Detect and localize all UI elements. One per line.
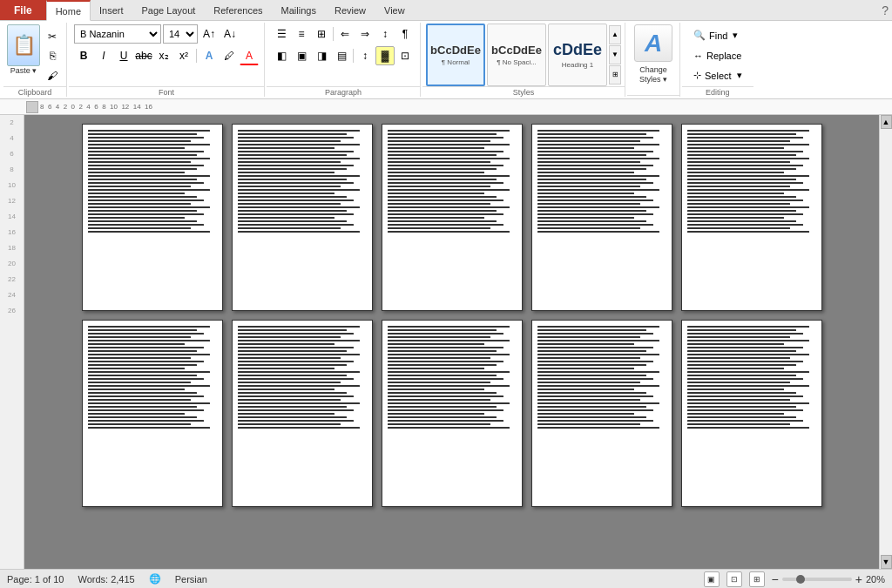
find-label: Find: [709, 30, 727, 41]
full-screen-button[interactable]: ⊡: [726, 571, 742, 587]
cut-button[interactable]: ✂: [42, 28, 63, 45]
superscript-button[interactable]: x²: [174, 46, 193, 65]
copy-button[interactable]: ⎘: [42, 47, 63, 64]
divider2: [333, 27, 334, 41]
subscript-button[interactable]: x₂: [154, 46, 173, 65]
styles-boxes: bCcDdEe ¶ Normal bCcDdEe ¶ No Spaci... c…: [426, 24, 607, 86]
justify-button[interactable]: ▤: [332, 46, 351, 65]
align-left-button[interactable]: ◧: [272, 46, 291, 65]
sort-button[interactable]: ↕: [375, 24, 395, 44]
page-thumbnail[interactable]: [82, 320, 223, 507]
zoom-slider[interactable]: [782, 578, 852, 581]
font-name-select[interactable]: B Nazanin: [74, 24, 161, 44]
select-arrow: ▾: [737, 70, 742, 81]
clipboard-extras: ✂ ⎘ 🖌: [42, 24, 63, 84]
find-arrow: ▾: [733, 30, 738, 41]
italic-button[interactable]: I: [94, 46, 113, 65]
select-label: Select: [705, 71, 732, 81]
find-icon: 🔍: [693, 30, 706, 41]
find-button[interactable]: 🔍 Find ▾: [687, 26, 748, 44]
font-shrink-button[interactable]: A↓: [220, 24, 240, 44]
shading-button[interactable]: ▓: [375, 46, 395, 65]
styles-more[interactable]: ⊞: [609, 65, 621, 84]
help-icon[interactable]: ?: [882, 3, 889, 17]
para-row2: ◧ ▣ ◨ ▤ ↕ ▓ ⊡: [272, 46, 415, 65]
font-size-select[interactable]: 14: [163, 24, 198, 44]
numbering-button[interactable]: ≡: [292, 24, 311, 44]
page-thumbnail[interactable]: [232, 124, 373, 311]
zoom-out-button[interactable]: −: [772, 572, 779, 586]
align-right-button[interactable]: ◨: [312, 46, 331, 65]
increase-indent-button[interactable]: ⇒: [355, 24, 375, 44]
page-thumbnail[interactable]: [82, 124, 223, 311]
tab-review[interactable]: Review: [326, 0, 375, 20]
scroll-down-button[interactable]: ▼: [881, 555, 892, 569]
styles-scroll-down[interactable]: ▼: [609, 45, 621, 64]
page-thumbnail[interactable]: [382, 124, 523, 311]
ruler-marks: 8 6 4 2 0 2 4 6 8 10 12 14 16: [40, 103, 152, 111]
tab-references[interactable]: References: [205, 0, 272, 20]
change-styles-icon: A: [634, 24, 672, 62]
select-button[interactable]: ⊹ Select ▾: [687, 66, 748, 84]
style-normal[interactable]: bCcDdEe ¶ Normal: [426, 24, 485, 86]
page-thumbnail[interactable]: [681, 124, 822, 311]
web-layout-button[interactable]: ⊞: [749, 571, 765, 587]
scroll-up-button[interactable]: ▲: [881, 115, 892, 129]
styles-scroll-up[interactable]: ▲: [609, 25, 621, 44]
page-canvas[interactable]: [24, 115, 879, 569]
page-thumbnail[interactable]: [382, 320, 523, 507]
borders-button[interactable]: ⊡: [395, 46, 415, 65]
tab-page-layout[interactable]: Page Layout: [133, 0, 206, 20]
paste-button[interactable]: 📋 Paste ▾: [7, 24, 40, 84]
document-area: 2468101214161820222426 ▲ ▼: [0, 115, 892, 569]
multilevel-button[interactable]: ⊞: [312, 24, 331, 44]
vertical-scrollbar[interactable]: ▲ ▼: [879, 115, 892, 569]
ruler-corner[interactable]: [26, 101, 38, 113]
zoom-in-button[interactable]: +: [855, 572, 862, 586]
word-count: Words: 2,415: [78, 574, 134, 585]
style-heading1-text: cDdEe: [553, 41, 602, 59]
page-thumbnail[interactable]: [531, 320, 672, 507]
style-no-spacing-label: ¶ No Spaci...: [497, 58, 537, 66]
style-heading1[interactable]: cDdEe Heading 1: [548, 24, 607, 86]
tab-file[interactable]: File: [0, 0, 46, 20]
font-grow-button[interactable]: A↑: [199, 24, 219, 44]
pages-row-1: [33, 124, 870, 311]
zoom-thumb: [796, 575, 805, 584]
tab-insert[interactable]: Insert: [91, 0, 133, 20]
tab-home[interactable]: Home: [46, 0, 91, 21]
replace-button[interactable]: ↔ Replace: [687, 46, 748, 64]
language-icon: 🌐: [149, 573, 161, 585]
change-styles-button[interactable]: A ChangeStyles ▾: [627, 23, 680, 97]
font-row1: B Nazanin 14 A↑ A↓: [74, 24, 259, 44]
toolbar: 📋 Paste ▾ ✂ ⎘ 🖌 Clipboard B Nazanin 14 A…: [0, 21, 892, 99]
tab-mailings[interactable]: Mailings: [273, 0, 326, 20]
divider3: [353, 49, 354, 63]
status-bar: Page: 1 of 10 Words: 2,415 🌐 Persian ▣ ⊡…: [0, 569, 892, 588]
page-thumbnail[interactable]: [232, 320, 373, 507]
font-color-button[interactable]: A: [240, 46, 259, 65]
line-spacing-button[interactable]: ↕: [355, 46, 375, 65]
divider: [196, 49, 197, 63]
text-effects-button[interactable]: A: [199, 46, 219, 65]
underline-button[interactable]: U: [114, 46, 133, 65]
page-info: Page: 1 of 10: [7, 574, 64, 585]
bullets-button[interactable]: ☰: [272, 24, 291, 44]
page-thumbnail[interactable]: [681, 320, 822, 507]
strikethrough-button[interactable]: abc: [134, 46, 153, 65]
show-formatting-button[interactable]: ¶: [395, 24, 415, 44]
replace-icon: ↔: [693, 51, 703, 61]
styles-group-label: Styles: [422, 86, 625, 97]
tab-view[interactable]: View: [375, 0, 415, 20]
para-row1: ☰ ≡ ⊞ ⇐ ⇒ ↕ ¶: [272, 24, 415, 44]
decrease-indent-button[interactable]: ⇐: [335, 24, 355, 44]
text-highlight-button[interactable]: 🖊: [220, 46, 239, 65]
style-normal-label: ¶ Normal: [442, 58, 470, 66]
print-layout-button[interactable]: ▣: [704, 571, 720, 587]
page-thumbnail[interactable]: [531, 124, 672, 311]
format-painter-button[interactable]: 🖌: [42, 67, 63, 84]
zoom-controls: − + 20%: [772, 572, 885, 586]
align-center-button[interactable]: ▣: [292, 46, 311, 65]
style-no-spacing[interactable]: bCcDdEe ¶ No Spaci...: [487, 24, 546, 86]
bold-button[interactable]: B: [74, 46, 93, 65]
